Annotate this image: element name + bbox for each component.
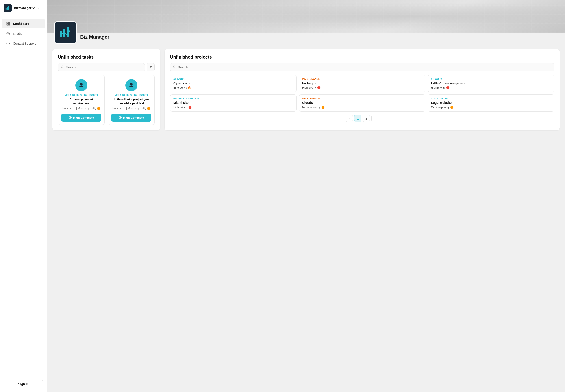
sidebar-item-leads[interactable]: Leads (2, 29, 45, 38)
mark-complete-button-1[interactable]: Mark Complete (111, 114, 151, 122)
sidebar-nav: Dashboard Leads Contact Support (0, 16, 47, 376)
dashboard-icon (6, 22, 10, 26)
project-name-1: barbeque (302, 81, 422, 85)
project-status-2: AT WORK (431, 78, 551, 80)
project-card-0[interactable]: AT WORK Cyprus site Emergency 🔥 (170, 75, 297, 92)
sidebar-item-label-contact-support: Contact Support (13, 42, 36, 45)
projects-panel-title: Unfinished projects (170, 55, 554, 60)
projects-search-icon (173, 65, 176, 69)
task-name-1: In the client's project you can add a pa… (111, 98, 151, 105)
task-card-0: NEED TO FINISH BY: 18/08/24 Cosmid payme… (58, 75, 105, 125)
tasks-search-input[interactable] (66, 66, 142, 69)
task-card-1: NEED TO FINISH BY: 18/08/24 In the clien… (108, 75, 155, 125)
task-meta-0: Not started | Medium priority 🟠 (62, 107, 100, 111)
project-card-1[interactable]: MAINTENANCE barbeque High priority 🔴 (299, 75, 426, 92)
pagination-page-1[interactable]: 1 (354, 115, 361, 122)
projects-search-input[interactable] (178, 66, 551, 69)
project-priority-0: Emergency 🔥 (173, 86, 293, 89)
project-name-2: Little Cohen image site (431, 81, 551, 85)
brand-section: Biz Manager (47, 21, 565, 44)
mark-complete-label-0: Mark Complete (73, 116, 94, 119)
projects-grid: AT WORK Cyprus site Emergency 🔥 MAINTENA… (170, 75, 554, 112)
brand-logo-box (54, 21, 77, 44)
mark-complete-label-1: Mark Complete (123, 116, 144, 119)
projects-panel: Unfinished projects AT WORK Cyprus site … (165, 49, 560, 130)
main-content: Biz Manager Unfinished tasks (47, 0, 565, 392)
pagination-next[interactable]: › (371, 115, 378, 122)
project-name-3: Miami site (173, 101, 293, 105)
project-status-4: MAINTENANCE (302, 97, 422, 100)
sidebar-item-label-leads: Leads (13, 32, 22, 35)
tasks-search-icon (61, 65, 64, 69)
project-name-0: Cyprus site (173, 81, 293, 85)
project-card-2[interactable]: AT WORK Little Cohen image site High pri… (427, 75, 554, 92)
pagination-prev[interactable]: ‹ (346, 115, 353, 122)
sidebar-item-contact-support[interactable]: Contact Support (2, 39, 45, 48)
project-priority-4: Medium priority 🟠 (302, 106, 422, 109)
svg-line-24 (175, 68, 176, 68)
svg-point-19 (80, 83, 83, 85)
tasks-panel-title: Unfinished tasks (58, 55, 155, 60)
tasks-search-wrap (58, 63, 145, 71)
svg-line-15 (63, 68, 64, 68)
task-avatar-1 (125, 79, 138, 91)
project-priority-2: High priority 🔴 (431, 86, 551, 89)
tasks-panel: Unfinished tasks (53, 49, 160, 130)
task-meta-1: Not started | Medium priority 🟠 (112, 107, 150, 111)
svg-rect-7 (9, 24, 10, 25)
mark-complete-button-0[interactable]: Mark Complete (61, 114, 101, 122)
app-logo-icon (4, 4, 12, 12)
sidebar-item-dashboard[interactable]: Dashboard (2, 19, 45, 28)
leads-icon (6, 31, 10, 36)
app-title: BizManager v1.0 (14, 6, 39, 10)
project-name-5: Legal website (431, 101, 551, 105)
project-card-3[interactable]: UNDER EXAMINATION Miami site High priori… (170, 94, 297, 112)
pagination-page-2[interactable]: 2 (363, 115, 370, 122)
sidebar-bottom: Sign In (0, 376, 47, 392)
project-priority-3: High priority 🔴 (173, 106, 293, 109)
project-card-5[interactable]: NOT STARTED Legal website Medium priorit… (427, 94, 554, 112)
project-status-1: MAINTENANCE (302, 78, 422, 80)
project-status-5: NOT STARTED (431, 97, 551, 100)
project-status-3: UNDER EXAMINATION (173, 97, 293, 100)
project-name-4: Clouds (302, 101, 422, 105)
projects-search-wrap (170, 63, 554, 71)
project-card-4[interactable]: MAINTENANCE Clouds Medium priority 🟠 (299, 94, 426, 112)
task-cards-row: NEED TO FINISH BY: 18/08/24 Cosmid payme… (58, 75, 155, 125)
project-priority-5: Medium priority 🟠 (431, 106, 551, 109)
task-due-1: NEED TO FINISH BY: 18/08/24 (115, 94, 148, 97)
panels-row: Unfinished tasks (47, 49, 565, 136)
svg-point-21 (130, 83, 133, 85)
support-icon (6, 41, 10, 46)
task-name-0: Cosmid payment requirement (61, 98, 101, 105)
task-due-0: NEED TO FINISH BY: 18/08/24 (65, 94, 98, 97)
tasks-search-bar (58, 63, 155, 71)
sidebar: BizManager v1.0 Dashboard (0, 0, 47, 392)
project-priority-1: High priority 🔴 (302, 86, 422, 89)
brand-name: Biz Manager (80, 34, 110, 40)
svg-rect-6 (6, 24, 8, 25)
tasks-filter-button[interactable] (147, 63, 155, 71)
svg-rect-4 (6, 22, 8, 23)
project-status-0: AT WORK (173, 78, 293, 80)
sidebar-item-label-dashboard: Dashboard (13, 22, 29, 26)
svg-rect-5 (9, 22, 10, 23)
sidebar-logo: BizManager v1.0 (0, 0, 47, 16)
svg-point-14 (61, 66, 63, 68)
sign-in-button[interactable]: Sign In (4, 380, 43, 388)
task-avatar-0 (75, 79, 87, 91)
svg-point-23 (173, 66, 175, 68)
pagination: ‹ 1 2 › (170, 115, 554, 122)
